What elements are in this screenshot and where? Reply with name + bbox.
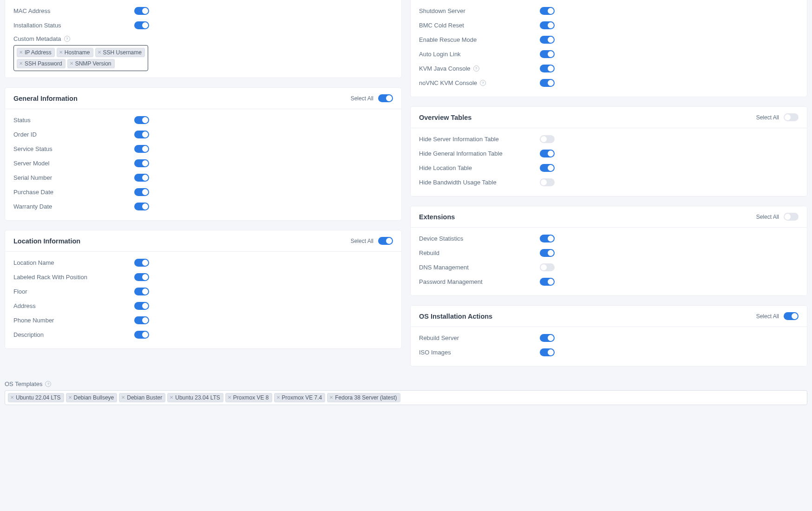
toggle-installation-status[interactable] xyxy=(134,21,149,29)
toggle-rebuild-server[interactable] xyxy=(540,334,555,342)
setting-row-hide-server-information-table: Hide Server Information Table xyxy=(419,132,799,146)
setting-label: Device Statistics xyxy=(419,235,540,242)
setting-label: Purchase Date xyxy=(13,189,134,196)
tag-proxmox-ve-7-4[interactable]: ✕Proxmox VE 7.4 xyxy=(274,393,326,402)
select-all-toggle[interactable] xyxy=(784,312,799,320)
select-all-toggle[interactable] xyxy=(784,113,799,121)
setting-label: Serial Number xyxy=(13,174,134,181)
card-title: General Information xyxy=(13,95,78,102)
toggle-hide-server-information-table[interactable] xyxy=(540,135,555,143)
setting-row-bmc-cold-reset: BMC Cold Reset xyxy=(419,18,799,33)
tag-snmp-version[interactable]: ✕SNMP Version xyxy=(67,59,115,68)
setting-label: ISO Images xyxy=(419,349,540,356)
setting-label: Hide Location Table xyxy=(419,164,540,171)
toggle-address[interactable] xyxy=(134,302,149,310)
toggle-device-statistics[interactable] xyxy=(540,235,555,242)
remove-tag-icon[interactable]: ✕ xyxy=(329,395,333,400)
remove-tag-icon[interactable]: ✕ xyxy=(19,61,23,66)
setting-label: Labeled Rack With Position xyxy=(13,274,134,281)
toggle-server-model[interactable] xyxy=(134,159,149,167)
remove-tag-icon[interactable]: ✕ xyxy=(121,395,125,400)
tag-ssh-username[interactable]: ✕SSH Username xyxy=(95,48,145,57)
tag-debian-buster[interactable]: ✕Debian Buster xyxy=(119,393,165,402)
remove-tag-icon[interactable]: ✕ xyxy=(98,50,101,55)
tag-ubuntu-22-04-lts[interactable]: ✕Ubuntu 22.04 LTS xyxy=(8,393,64,402)
help-icon[interactable]: ? xyxy=(64,36,70,42)
setting-label: MAC Address xyxy=(13,7,134,14)
setting-row-dns-management: DNS Management xyxy=(419,260,799,275)
setting-label: Hide Server Information Table xyxy=(419,136,540,143)
tag-label: Hostname xyxy=(65,49,90,56)
toggle-shutdown-server[interactable] xyxy=(540,7,555,15)
toggle-serial-number[interactable] xyxy=(134,174,149,182)
tag-ssh-password[interactable]: ✕SSH Password xyxy=(17,59,65,68)
toggle-kvm-java-console[interactable] xyxy=(540,65,555,72)
tag-ip-address[interactable]: ✕IP Address xyxy=(17,48,55,57)
server-info-partial-card: MAC AddressInstallation Status Custom Me… xyxy=(5,0,402,78)
setting-row-serial-number: Serial Number xyxy=(13,170,393,185)
toggle-mac-address[interactable] xyxy=(134,7,149,15)
remove-tag-icon[interactable]: ✕ xyxy=(68,395,72,400)
tag-fedora-38-server-latest[interactable]: ✕Fedora 38 Server (latest) xyxy=(327,393,400,402)
remove-tag-icon[interactable]: ✕ xyxy=(19,50,23,55)
toggle-service-status[interactable] xyxy=(134,145,149,153)
toggle-labeled-rack-with-position[interactable] xyxy=(134,273,149,281)
location-information-card: Location Information Select All Location… xyxy=(5,230,402,349)
toggle-dns-management[interactable] xyxy=(540,263,555,271)
tag-proxmox-ve-8[interactable]: ✕Proxmox VE 8 xyxy=(225,393,272,402)
select-all-toggle[interactable] xyxy=(784,213,799,221)
toggle-description[interactable] xyxy=(134,331,149,339)
remove-tag-icon[interactable]: ✕ xyxy=(276,395,280,400)
toggle-phone-number[interactable] xyxy=(134,316,149,324)
server-actions-partial-card: Shutdown ServerBMC Cold ResetEnable Resc… xyxy=(410,0,807,97)
help-icon[interactable]: ? xyxy=(480,80,486,86)
tag-hostname[interactable]: ✕Hostname xyxy=(57,48,93,57)
toggle-hide-general-information-table[interactable] xyxy=(540,150,555,157)
toggle-location-name[interactable] xyxy=(134,259,149,267)
toggle-purchase-date[interactable] xyxy=(134,188,149,196)
setting-label: BMC Cold Reset xyxy=(419,22,540,29)
setting-row-novnc-kvm-console: noVNC KVM Console? xyxy=(419,76,799,90)
setting-row-rebuild-server: Rebuild Server xyxy=(419,331,799,345)
setting-label: Rebuild xyxy=(419,249,540,256)
toggle-novnc-kvm-console[interactable] xyxy=(540,79,555,87)
toggle-warranty-date[interactable] xyxy=(134,203,149,210)
select-all-toggle[interactable] xyxy=(378,94,393,102)
setting-label: Hide General Information Table xyxy=(419,150,540,157)
setting-row-warranty-date: Warranty Date xyxy=(13,199,393,214)
toggle-rebuild[interactable] xyxy=(540,249,555,257)
toggle-hide-bandwidth-usage-table[interactable] xyxy=(540,178,555,186)
toggle-password-management[interactable] xyxy=(540,278,555,286)
tag-ubuntu-23-04-lts[interactable]: ✕Ubuntu 23.04 LTS xyxy=(167,393,223,402)
tag-label: SNMP Version xyxy=(75,60,111,67)
toggle-floor[interactable] xyxy=(134,288,149,295)
setting-label: Phone Number xyxy=(13,317,134,324)
toggle-enable-rescue-mode[interactable] xyxy=(540,36,555,44)
setting-row-hide-bandwidth-usage-table: Hide Bandwidth Usage Table xyxy=(419,175,799,190)
setting-row-order-id: Order ID xyxy=(13,127,393,142)
select-all-label: Select All xyxy=(756,313,779,320)
help-icon[interactable]: ? xyxy=(473,66,479,72)
tag-debian-bullseye[interactable]: ✕Debian Bullseye xyxy=(66,393,118,402)
remove-tag-icon[interactable]: ✕ xyxy=(59,50,63,55)
tag-label: SSH Password xyxy=(25,60,62,67)
toggle-hide-location-table[interactable] xyxy=(540,164,555,172)
toggle-status[interactable] xyxy=(134,116,149,124)
os-templates-input[interactable]: ✕Ubuntu 22.04 LTS✕Debian Bullseye✕Debian… xyxy=(5,390,807,405)
toggle-order-id[interactable] xyxy=(134,131,149,138)
remove-tag-icon[interactable]: ✕ xyxy=(10,395,14,400)
setting-row-location-name: Location Name xyxy=(13,256,393,270)
setting-label: Location Name xyxy=(13,259,134,266)
select-all-toggle[interactable] xyxy=(378,237,393,245)
remove-tag-icon[interactable]: ✕ xyxy=(170,395,173,400)
remove-tag-icon[interactable]: ✕ xyxy=(70,61,73,66)
toggle-iso-images[interactable] xyxy=(540,348,555,356)
general-information-card: General Information Select All StatusOrd… xyxy=(5,87,402,221)
custom-metadata-input[interactable]: ✕IP Address✕Hostname✕SSH Username✕SSH Pa… xyxy=(13,45,148,71)
toggle-auto-login-link[interactable] xyxy=(540,50,555,58)
help-icon[interactable]: ? xyxy=(45,381,51,387)
toggle-bmc-cold-reset[interactable] xyxy=(540,21,555,29)
setting-label: Installation Status xyxy=(13,22,134,29)
remove-tag-icon[interactable]: ✕ xyxy=(228,395,231,400)
tag-label: Proxmox VE 7.4 xyxy=(282,394,322,401)
